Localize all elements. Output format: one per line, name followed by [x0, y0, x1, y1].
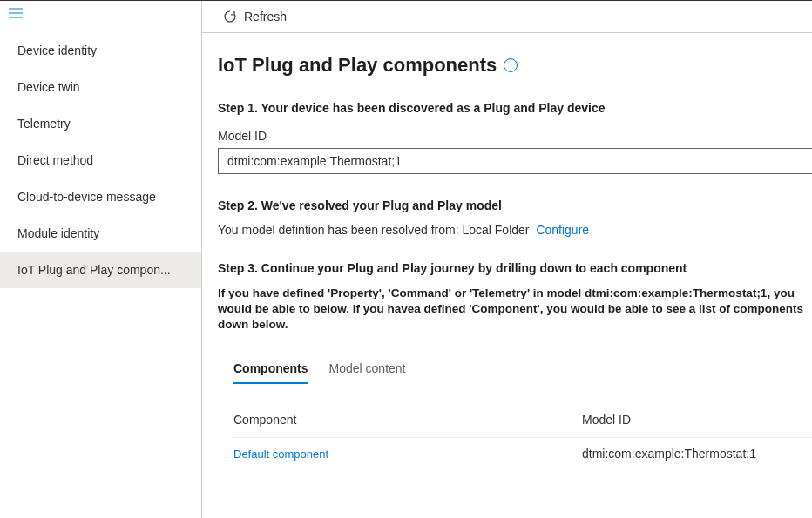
- sidebar-item-label: Device twin: [17, 80, 80, 94]
- hamburger-menu-icon[interactable]: [0, 1, 201, 25]
- info-icon[interactable]: i: [504, 58, 518, 72]
- sidebar-item-label: Device identity: [17, 44, 97, 57]
- table-row: Default component dtmi:com:example:Therm…: [233, 438, 812, 469]
- step-3-body: If you have defined 'Property', 'Command…: [218, 286, 812, 333]
- step-2-body: You model defintion has been resolved fr…: [218, 223, 812, 237]
- tabs: Components Model content: [233, 354, 812, 385]
- sidebar-item-cloud-to-device[interactable]: Cloud-to-device message: [0, 178, 201, 215]
- sidebar-column: Device identity Device twin Telemetry Di…: [0, 1, 202, 518]
- content-area: IoT Plug and Play components i Step 1. Y…: [202, 33, 812, 518]
- toolbar: Refresh: [202, 1, 812, 33]
- sidebar-item-iot-pnp-components[interactable]: IoT Plug and Play compon...: [0, 252, 201, 288]
- sidebar-item-label: Direct method: [17, 153, 93, 167]
- page-title: IoT Plug and Play components: [218, 54, 497, 77]
- sidebar-item-label: Module identity: [17, 226, 99, 240]
- step-2-heading: Step 2. We've resolved your Plug and Pla…: [218, 198, 812, 212]
- refresh-button[interactable]: Refresh: [223, 10, 287, 24]
- sidebar-nav: Device identity Device twin Telemetry Di…: [0, 32, 201, 288]
- table-header-row: Component Model ID: [233, 404, 812, 438]
- tab-label: Model content: [329, 361, 406, 375]
- sidebar-item-label: IoT Plug and Play compon...: [17, 263, 171, 277]
- page-title-row: IoT Plug and Play components i: [218, 54, 812, 77]
- sidebar-item-device-identity[interactable]: Device identity: [0, 32, 201, 69]
- sidebar-item-direct-method[interactable]: Direct method: [0, 142, 201, 178]
- header-component: Component: [233, 413, 582, 427]
- step-1: Step 1. Your device has been discovered …: [218, 101, 812, 174]
- refresh-label: Refresh: [244, 10, 287, 24]
- tab-components[interactable]: Components: [233, 354, 308, 384]
- sidebar-item-module-identity[interactable]: Module identity: [0, 215, 201, 252]
- main-panel: Refresh IoT Plug and Play components i S…: [202, 1, 812, 518]
- step-2: Step 2. We've resolved your Plug and Pla…: [218, 198, 812, 237]
- step-3: Step 3. Continue your Plug and Play jour…: [218, 261, 812, 469]
- sidebar-item-label: Cloud-to-device message: [17, 190, 156, 204]
- header-modelid: Model ID: [582, 413, 812, 427]
- step-3-heading: Step 3. Continue your Plug and Play jour…: [218, 261, 812, 275]
- step-2-body-text: You model defintion has been resolved fr…: [218, 223, 529, 237]
- tab-label: Components: [233, 361, 308, 375]
- components-table: Component Model ID Default component dtm…: [233, 404, 812, 469]
- tab-model-content[interactable]: Model content: [329, 354, 406, 384]
- refresh-icon: [223, 10, 237, 24]
- sidebar-item-device-twin[interactable]: Device twin: [0, 69, 201, 105]
- model-id-label: Model ID: [218, 129, 812, 143]
- configure-link[interactable]: Configure: [536, 223, 589, 237]
- step-1-heading: Step 1. Your device has been discovered …: [218, 101, 812, 115]
- model-id-input[interactable]: [218, 148, 812, 174]
- modelid-cell: dtmi:com:example:Thermostat;1: [582, 447, 756, 461]
- sidebar-item-telemetry[interactable]: Telemetry: [0, 105, 201, 142]
- component-link[interactable]: Default component: [233, 447, 328, 461]
- sidebar-item-label: Telemetry: [17, 117, 71, 131]
